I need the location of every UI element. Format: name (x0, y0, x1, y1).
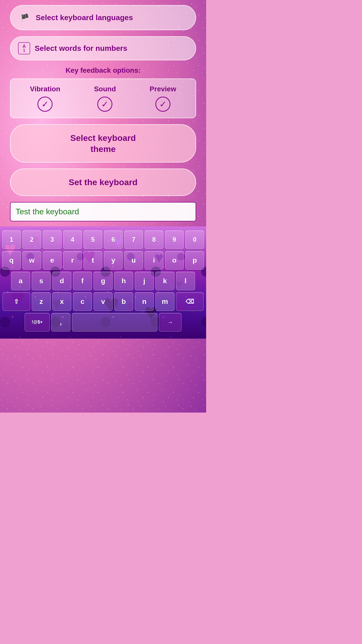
key-b[interactable]: b (114, 292, 133, 311)
key-8[interactable]: 8 (145, 230, 163, 249)
symbols-key[interactable]: !@$+ (25, 313, 50, 332)
key-comma[interactable]: , (51, 313, 70, 332)
key-m[interactable]: m (155, 292, 174, 311)
select-words-label: Select words for numbers (35, 44, 127, 53)
test-input-container[interactable]: Test the keyboard (10, 202, 196, 221)
key-w[interactable]: w (22, 251, 41, 270)
set-keyboard-label: Set the keyboard (69, 177, 138, 188)
key-j[interactable]: j (135, 272, 154, 290)
set-keyboard-button[interactable]: Set the keyboard (10, 169, 196, 196)
keyboard-row-qwerty: q w e r t y u i o p (2, 251, 204, 270)
enter-key[interactable]: → (159, 313, 182, 332)
key-feedback-box: Vibration ✓ Sound ✓ Preview ✓ (10, 78, 196, 118)
sound-check: ✓ (97, 97, 112, 112)
select-theme-button[interactable]: Select keyboardtheme (10, 124, 196, 163)
key-x[interactable]: x (52, 292, 71, 311)
key-o[interactable]: o (165, 251, 184, 270)
key-q[interactable]: q (2, 251, 21, 270)
keyboard-row-asdf: a s d f g h j k l (2, 272, 204, 290)
key-9[interactable]: 9 (165, 230, 184, 249)
words-icon: A 1 (18, 42, 30, 54)
select-languages-label: Select keyboard languages (36, 13, 133, 22)
key-i[interactable]: i (145, 251, 163, 270)
select-theme-label: Select keyboardtheme (70, 132, 136, 154)
preview-check: ✓ (155, 97, 170, 112)
keyboard-bottom-row: !@$+ , → (2, 313, 204, 332)
key-feedback-title: Key feedback options: (10, 66, 196, 74)
key-6[interactable]: 6 (104, 230, 123, 249)
key-7[interactable]: 7 (124, 230, 143, 249)
key-h[interactable]: h (114, 272, 133, 290)
flag-icon: 🏴 (18, 11, 31, 24)
keyboard: ♥ ♥ ♥ ♥ ♥ ♥ ♥ ♥ ♥ ♥ 1 2 3 4 5 6 7 8 9 0 … (0, 226, 206, 339)
select-words-button[interactable]: A 1 Select words for numbers (10, 36, 196, 60)
key-f[interactable]: f (73, 272, 92, 290)
key-t[interactable]: t (83, 251, 102, 270)
key-z[interactable]: z (32, 292, 51, 311)
key-g[interactable]: g (94, 272, 113, 290)
keyboard-row-zxcv: ⇧ z x c v b n m ⌫ (2, 292, 204, 311)
key-p[interactable]: p (185, 251, 204, 270)
key-feedback-section: Key feedback options: Vibration ✓ Sound … (10, 66, 196, 118)
key-5[interactable]: 5 (83, 230, 102, 249)
space-key[interactable] (72, 313, 157, 332)
key-0[interactable]: 0 (185, 230, 204, 249)
backspace-key[interactable]: ⌫ (176, 292, 204, 311)
key-2[interactable]: 2 (22, 230, 41, 249)
key-v[interactable]: v (94, 292, 113, 311)
vibration-check: ✓ (37, 97, 53, 112)
key-d[interactable]: d (52, 272, 71, 290)
key-a[interactable]: a (11, 272, 30, 290)
test-input-text: Test the keyboard (16, 207, 79, 216)
vibration-label: Vibration (30, 85, 60, 93)
key-n[interactable]: n (135, 292, 154, 311)
vibration-option[interactable]: Vibration ✓ (30, 85, 60, 112)
key-l[interactable]: l (176, 272, 195, 290)
key-k[interactable]: k (155, 272, 174, 290)
key-r[interactable]: r (63, 251, 82, 270)
sound-label: Sound (94, 85, 116, 93)
sound-option[interactable]: Sound ✓ (94, 85, 116, 112)
keyboard-number-row: 1 2 3 4 5 6 7 8 9 0 (2, 230, 204, 249)
preview-option[interactable]: Preview ✓ (150, 85, 176, 112)
key-u[interactable]: u (124, 251, 143, 270)
key-3[interactable]: 3 (43, 230, 62, 249)
select-languages-button[interactable]: 🏴 Select keyboard languages (10, 5, 196, 30)
key-1[interactable]: 1 (2, 230, 21, 249)
shift-key[interactable]: ⇧ (3, 292, 30, 311)
key-c[interactable]: c (73, 292, 92, 311)
key-y[interactable]: y (104, 251, 123, 270)
preview-label: Preview (150, 85, 176, 93)
key-e[interactable]: e (43, 251, 62, 270)
key-s[interactable]: s (32, 272, 51, 290)
key-4[interactable]: 4 (63, 230, 82, 249)
